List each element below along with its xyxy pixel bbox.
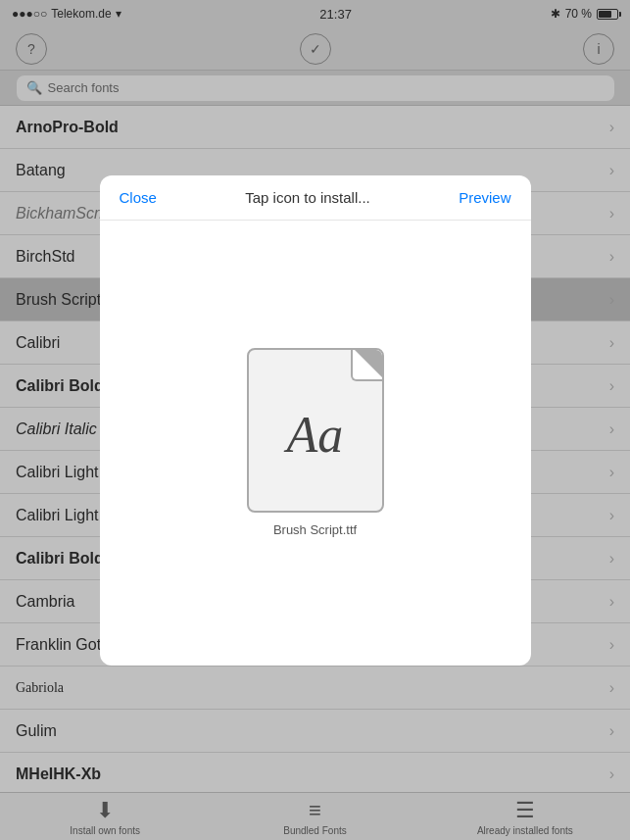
font-preview-aa: Aa	[287, 410, 344, 461]
file-name-label: Brush Script.ttf	[273, 522, 357, 537]
file-document: Aa	[247, 348, 384, 513]
modal-header: Close Tap icon to install... Preview	[100, 175, 531, 221]
modal: Close Tap icon to install... Preview Aa …	[100, 175, 531, 666]
modal-overlay[interactable]: Close Tap icon to install... Preview Aa …	[0, 0, 630, 840]
modal-title: Tap icon to install...	[245, 189, 370, 206]
font-file-icon[interactable]: Aa Brush Script.ttf	[247, 348, 384, 537]
modal-close-button[interactable]: Close	[120, 189, 157, 206]
modal-preview-button[interactable]: Preview	[459, 189, 510, 206]
modal-body: Aa Brush Script.ttf	[100, 221, 531, 666]
file-corner	[351, 350, 382, 381]
